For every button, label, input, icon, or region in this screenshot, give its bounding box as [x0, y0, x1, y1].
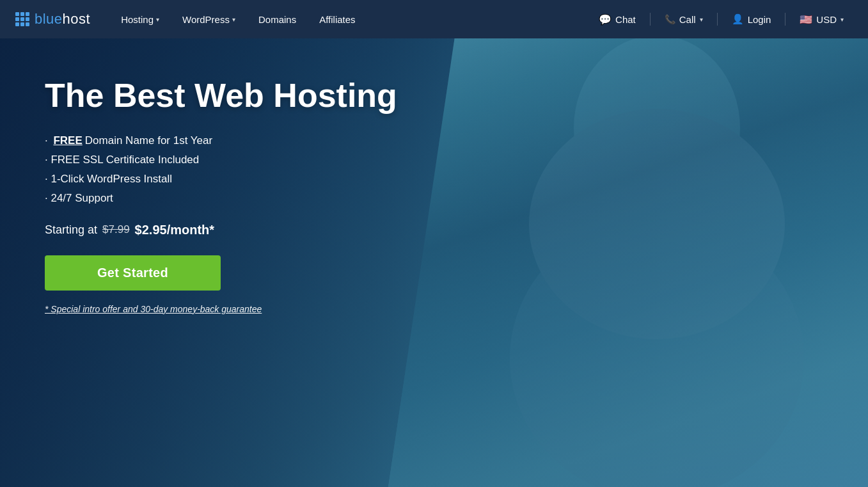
nav-domains[interactable]: Domains: [248, 9, 306, 30]
nav-divider-1: [650, 13, 651, 26]
brand-name: bluehost: [35, 11, 90, 28]
nav-hosting[interactable]: Hosting ▾: [111, 9, 170, 30]
feature1-bullet: ·: [45, 134, 51, 147]
brand-name-blue: blue: [35, 11, 63, 27]
wordpress-chevron-icon: ▾: [232, 16, 235, 23]
get-started-button[interactable]: Get Started: [45, 255, 221, 291]
price-old: $7.99: [102, 223, 130, 236]
hero-title: The Best Web Hosting: [45, 77, 397, 115]
disclaimer-link[interactable]: * Special intro offer and 30-day money-b…: [45, 304, 262, 314]
brand-name-host: host: [63, 11, 91, 27]
nav-currency[interactable]: 🇺🇸 USD ▾: [791, 8, 853, 31]
navbar: bluehost Hosting ▾ WordPress ▾ Domains A…: [0, 0, 868, 38]
pricing-prefix: Starting at: [45, 223, 97, 237]
nav-divider-2: [717, 13, 718, 26]
feature4-text: · 24/7 Support: [45, 192, 113, 205]
feature-ssl: · FREE SSL Certificate Included: [45, 154, 397, 166]
brand-logo[interactable]: bluehost: [15, 11, 90, 28]
nav-login[interactable]: 👤 Login: [723, 8, 780, 30]
hero-section: The Best Web Hosting · FREE Domain Name …: [0, 0, 868, 487]
brand-grid-icon: [15, 12, 29, 26]
feature-support: · 24/7 Support: [45, 192, 397, 205]
hosting-chevron-icon: ▾: [156, 16, 159, 23]
feature1-free: FREE: [53, 134, 82, 147]
chat-bubble-icon: 💬: [599, 13, 612, 26]
hero-person-image: [388, 0, 868, 487]
phone-icon: 📞: [665, 14, 675, 24]
hero-content: The Best Web Hosting · FREE Domain Name …: [45, 77, 397, 315]
nav-wordpress[interactable]: WordPress ▾: [172, 9, 246, 30]
nav-call[interactable]: 📞 Call ▾: [656, 9, 712, 30]
price-new: $2.95/month*: [135, 223, 214, 237]
feature3-text: · 1-Click WordPress Install: [45, 173, 172, 186]
nav-affiliates[interactable]: Affiliates: [309, 9, 365, 30]
hero-features-list: · FREE Domain Name for 1st Year · FREE S…: [45, 134, 397, 205]
feature-domain: · FREE Domain Name for 1st Year: [45, 134, 397, 147]
nav-chat[interactable]: 💬 Chat: [590, 8, 645, 31]
feature2-text: · FREE SSL Certificate Included: [45, 154, 199, 166]
user-icon: 👤: [732, 13, 744, 25]
main-nav: Hosting ▾ WordPress ▾ Domains Affiliates: [111, 9, 590, 30]
hero-pricing: Starting at $7.99 $2.95/month*: [45, 223, 397, 237]
call-chevron-icon: ▾: [700, 16, 703, 23]
flag-icon: 🇺🇸: [800, 13, 812, 26]
feature1-rest: Domain Name for 1st Year: [85, 134, 212, 147]
navbar-right: 💬 Chat 📞 Call ▾ 👤 Login 🇺🇸 USD ▾: [590, 8, 853, 31]
feature-wordpress: · 1-Click WordPress Install: [45, 173, 397, 186]
currency-chevron-icon: ▾: [840, 16, 844, 23]
nav-divider-3: [785, 13, 785, 26]
